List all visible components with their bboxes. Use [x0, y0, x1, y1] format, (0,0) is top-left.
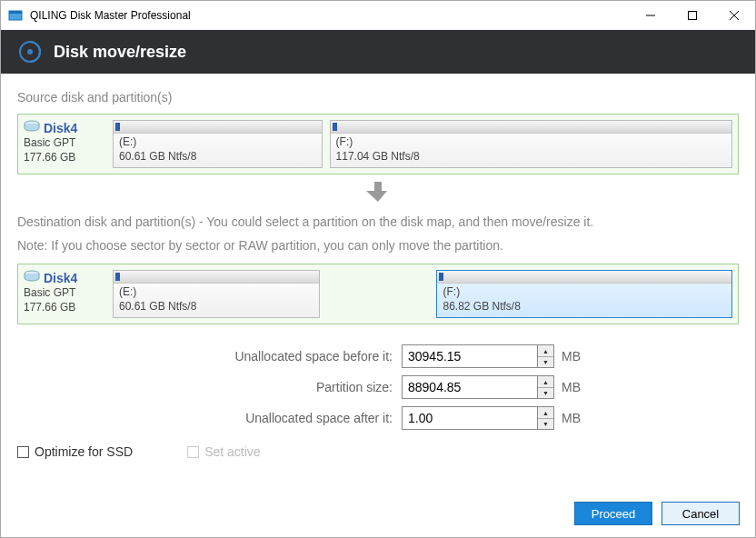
footer: Proceed Cancel [0, 493, 756, 538]
after-input[interactable] [402, 406, 538, 430]
source-disk-type: Basic GPT [24, 136, 105, 151]
partition-letter: (F:) [336, 135, 726, 150]
before-label: Unallocated space before it: [129, 349, 402, 364]
source-disk-info: Disk4 Basic GPT 177.66 GB [24, 120, 105, 168]
close-button[interactable] [713, 1, 755, 30]
cancel-button[interactable]: Cancel [662, 502, 740, 525]
before-spinner[interactable]: ▲▼ [538, 344, 554, 368]
after-label: Unallocated space after it: [129, 411, 402, 425]
logo-icon [17, 39, 43, 65]
size-label: Partition size: [129, 380, 402, 394]
unit-label: MB [554, 349, 627, 364]
dest-note: Note: If you choose sector by sector or … [17, 238, 739, 253]
before-input[interactable] [402, 344, 538, 368]
maximize-button[interactable] [671, 1, 713, 30]
source-disk-box: Disk4 Basic GPT 177.66 GB (E:) 60.61 GB … [17, 114, 739, 174]
dest-label: Destination disk and partition(s) - You … [17, 214, 739, 229]
dest-disk-info: Disk4 Basic GPT 177.66 GB [24, 270, 105, 318]
spin-down-icon[interactable]: ▼ [538, 388, 553, 399]
spin-down-icon[interactable]: ▼ [538, 419, 553, 430]
source-disk-name: Disk4 [44, 121, 77, 135]
set-active-label: Set active [204, 444, 260, 459]
set-active-checkbox: Set active [187, 444, 260, 459]
source-label: Source disk and partition(s) [17, 90, 739, 105]
source-partition-f[interactable]: (F:) 117.04 GB Ntfs/8 [330, 120, 732, 168]
size-input[interactable] [402, 375, 538, 399]
window-title: QILING Disk Master Professional [30, 9, 630, 22]
partition-desc: 60.61 GB Ntfs/8 [119, 150, 316, 164]
dest-disk-type: Basic GPT [24, 286, 105, 301]
unit-label: MB [554, 411, 627, 425]
disk-icon [24, 120, 40, 136]
app-icon [8, 8, 23, 23]
spin-up-icon[interactable]: ▲ [538, 407, 553, 419]
svg-point-7 [27, 49, 33, 55]
source-disk-size: 177.66 GB [24, 151, 105, 165]
size-spinner[interactable]: ▲▼ [538, 375, 554, 399]
unit-label: MB [554, 380, 627, 394]
dest-partition-f[interactable]: (F:) 86.82 GB Ntfs/8 [436, 270, 732, 318]
optimize-ssd-checkbox[interactable]: Optimize for SSD [17, 444, 133, 459]
dest-disk-name: Disk4 [44, 271, 77, 285]
section-header: Disk move/resize [1, 30, 755, 74]
partition-letter: (F:) [443, 285, 726, 300]
partition-letter: (E:) [119, 285, 313, 300]
title-bar: QILING Disk Master Professional [1, 1, 755, 30]
svg-rect-1 [9, 11, 22, 14]
section-title: Disk move/resize [54, 43, 186, 62]
dest-disk-box: Disk4 Basic GPT 177.66 GB (E:) 60.61 GB … [17, 264, 739, 324]
partition-letter: (E:) [119, 135, 316, 150]
unallocated-gap[interactable] [327, 270, 430, 318]
source-partition-e[interactable]: (E:) 60.61 GB Ntfs/8 [113, 120, 323, 168]
partition-desc: 117.04 GB Ntfs/8 [336, 150, 726, 164]
spin-down-icon[interactable]: ▼ [538, 357, 553, 368]
dest-disk-size: 177.66 GB [24, 301, 105, 315]
after-spinner[interactable]: ▲▼ [538, 406, 554, 430]
partition-desc: 86.82 GB Ntfs/8 [443, 300, 726, 314]
proceed-button[interactable]: Proceed [574, 502, 652, 525]
spin-up-icon[interactable]: ▲ [538, 345, 553, 357]
dest-partition-e[interactable]: (E:) 60.61 GB Ntfs/8 [113, 270, 320, 318]
partition-desc: 60.61 GB Ntfs/8 [119, 300, 313, 314]
svg-rect-3 [689, 11, 697, 19]
disk-icon [24, 270, 40, 286]
optimize-ssd-label: Optimize for SSD [35, 444, 133, 459]
arrow-down-icon [17, 174, 739, 214]
minimize-button[interactable] [630, 1, 671, 30]
spin-up-icon[interactable]: ▲ [538, 376, 553, 388]
